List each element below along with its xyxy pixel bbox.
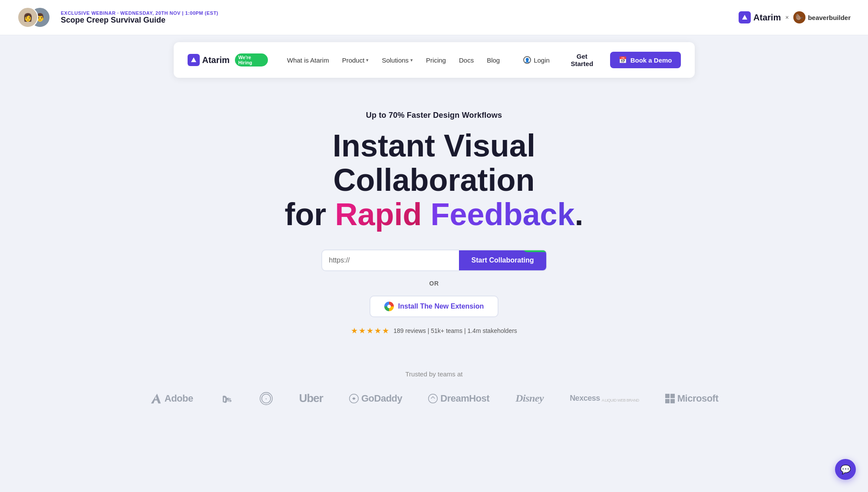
star-5: ★ <box>382 326 389 336</box>
svg-rect-7 <box>665 399 670 403</box>
reviews-row: ★ ★ ★ ★ ★ 189 reviews | 51k+ teams | 1.4… <box>351 326 517 336</box>
navbar: Atarim We're Hiring What is Atarim Produ… <box>174 42 695 78</box>
user-icon: 👤 <box>523 56 531 64</box>
starbucks-logo: ★ <box>259 392 273 406</box>
godaddy-logo: GoDaddy <box>349 393 402 404</box>
nav-actions: 👤 Login Get Started 📅 Book a Demo <box>519 49 680 71</box>
avatar-1: 👩 <box>17 7 38 28</box>
chat-icon: 💬 <box>840 464 851 475</box>
star-rating: ★ ★ ★ ★ ★ <box>351 326 389 336</box>
microsoft-logo: Microsoft <box>665 393 719 404</box>
url-input-wrapper: Start Collaborating 8X faster <box>321 249 547 271</box>
star-1: ★ <box>351 326 358 336</box>
banner-atarim-logo: Atarim <box>739 11 781 23</box>
hero-section: Up to 70% Faster Design Workflows Instan… <box>239 85 630 353</box>
atarim-icon <box>739 11 751 23</box>
nav-link-docs[interactable]: Docs <box>454 54 479 66</box>
beaver-icon: 🦫 <box>793 11 805 23</box>
star-4: ★ <box>374 326 381 336</box>
calendar-icon: 📅 <box>619 56 627 64</box>
nav-link-solutions[interactable]: Solutions ▾ <box>376 54 418 66</box>
hero-title-line1: Instant Visual Collaboration <box>248 129 621 197</box>
start-collaborating-button[interactable]: Start Collaborating 8X faster <box>459 250 546 270</box>
chat-bubble[interactable]: 💬 <box>835 459 856 480</box>
banner-title: Scope Creep Survival Guide <box>61 16 730 25</box>
nav-link-product[interactable]: Product ▾ <box>337 54 374 66</box>
hero-title: Instant Visual Collaboration for Rapid F… <box>248 129 621 232</box>
reviews-text: 189 reviews | 51k+ teams | 1.4m stakehol… <box>393 327 517 334</box>
install-extension-button[interactable]: Install The New Extension <box>370 296 498 317</box>
top-banner: 👩 👨 EXCLUSIVE WEBINAR · WEDNESDAY, 20TH … <box>0 0 868 35</box>
uber-logo: Uber <box>299 392 323 405</box>
nav-brand[interactable]: Atarim We're Hiring <box>188 53 268 66</box>
beaver-logo-text: beaverbuilder <box>808 14 851 21</box>
nav-link-what-is-atarim[interactable]: What is Atarim <box>282 54 334 66</box>
get-started-button[interactable]: Get Started <box>559 49 605 71</box>
banner-text-block: EXCLUSIVE WEBINAR · WEDNESDAY, 20TH NOV … <box>61 10 730 25</box>
login-button[interactable]: 👤 Login <box>519 53 554 66</box>
nexcess-logo: Nexcess A LIQUID WEB BRAND <box>570 394 639 403</box>
trusted-section: Trusted by teams at Adobe ★ Uber <box>0 353 868 414</box>
adobe-logo: Adobe <box>150 392 193 405</box>
solutions-chevron-icon: ▾ <box>410 57 413 63</box>
product-chevron-icon: ▾ <box>366 57 369 63</box>
svg-text:★: ★ <box>265 397 267 399</box>
svg-rect-8 <box>670 399 675 403</box>
banner-avatars: 👩 👨 <box>17 5 52 30</box>
or-divider: OR <box>429 280 439 287</box>
banner-logos: Atarim × 🦫 beaverbuilder <box>739 11 851 23</box>
8x-faster-badge: 8X faster <box>523 249 547 252</box>
svg-rect-5 <box>665 394 670 398</box>
book-demo-button[interactable]: 📅 Book a Demo <box>610 52 681 68</box>
url-input[interactable] <box>322 250 459 270</box>
nav-link-blog[interactable]: Blog <box>482 54 505 66</box>
chrome-icon <box>384 302 394 311</box>
disney-logo: Disney <box>515 392 544 404</box>
logo-separator: × <box>785 14 789 21</box>
cta-section: Start Collaborating 8X faster OR Install… <box>248 249 621 336</box>
star-3: ★ <box>366 326 373 336</box>
hero-subtitle: Up to 70% Faster Design Workflows <box>248 111 621 120</box>
nav-logo: Atarim <box>188 54 230 66</box>
svg-rect-6 <box>670 394 675 398</box>
svg-point-4 <box>429 394 438 403</box>
nav-logo-text: Atarim <box>202 55 230 65</box>
hero-feedback-word: Feedback <box>430 197 574 232</box>
hiring-badge[interactable]: We're Hiring <box>235 53 268 66</box>
banner-exclusive-label: EXCLUSIVE WEBINAR · WEDNESDAY, 20TH NOV … <box>61 10 730 16</box>
dreamhost-logo: DreamHost <box>428 393 489 404</box>
nav-links: What is Atarim Product ▾ Solutions ▾ Pri… <box>282 54 505 66</box>
nav-link-pricing[interactable]: Pricing <box>421 54 451 66</box>
trusted-logos: Adobe ★ Uber GoDaddy <box>9 392 859 406</box>
hero-title-line2: for Rapid Feedback. <box>248 197 621 232</box>
playstation-logo <box>219 392 233 405</box>
star-2: ★ <box>359 326 366 336</box>
beaver-builder-logo: 🦫 beaverbuilder <box>793 11 851 23</box>
atarim-logo-text: Atarim <box>753 13 781 23</box>
hero-rapid-word: Rapid <box>335 197 422 232</box>
nav-logo-icon <box>188 54 200 66</box>
trusted-title: Trusted by teams at <box>9 370 859 378</box>
